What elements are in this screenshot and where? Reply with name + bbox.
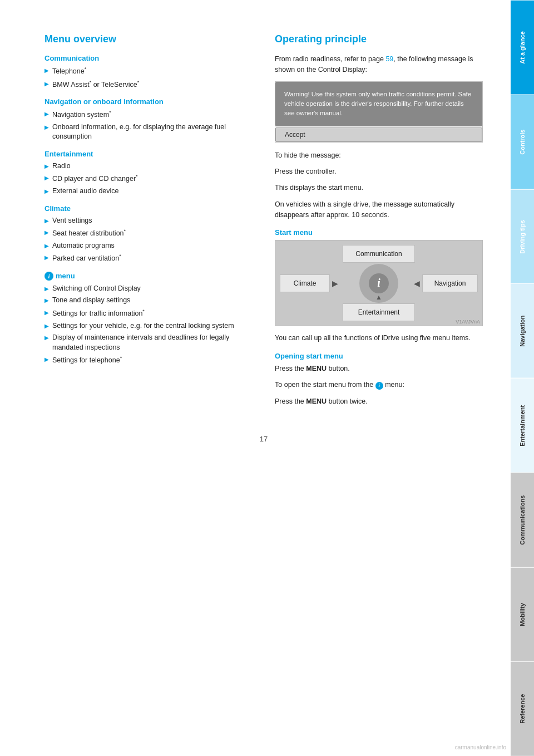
warning-text: Warning! Use this system only when traff… [284, 91, 471, 117]
warning-box: Warning! Use this system only when traff… [275, 82, 482, 126]
menu-item-text: Vent settings [52, 216, 253, 226]
list-item: ▶ CD player and CD changer* [44, 173, 253, 184]
navigation-label: Navigation [434, 279, 466, 287]
arrow-icon: ▶ [44, 174, 49, 182]
menu-bold-1: MENU [306, 365, 327, 372]
menu-item-text: Switching off Control Display [52, 284, 253, 294]
sidebar-tab-navigation[interactable]: Navigation [511, 283, 534, 378]
arrow-icon: ▶ [44, 254, 49, 262]
climate-cell: Climate [280, 274, 330, 292]
start-menu-diagram: Communication ▼ Climate ▶ i [275, 240, 483, 326]
menu-item-text: Onboard information, e.g. for displaying… [52, 122, 253, 142]
arrow-icon: ▶ [44, 309, 49, 317]
i-icon-inline: i [375, 382, 383, 390]
sidebar-tab-label: Communications [519, 495, 526, 545]
hide-message-step2: This displays the start menu. [275, 183, 483, 193]
list-item: ▶ Switching off Control Display [44, 284, 253, 294]
menu-item-text: Settings for traffic information* [52, 308, 253, 319]
info-icon: i [369, 273, 389, 293]
start-menu-title: Start menu [275, 228, 483, 237]
list-item: ▶ Navigation system* [44, 109, 253, 120]
entertainment-title: Entertainment [44, 150, 253, 158]
menu-item-text: CD player and CD changer* [52, 173, 253, 184]
arrow-icon: ▶ [44, 297, 49, 305]
opening-start-menu-title: Opening start menu [275, 352, 483, 360]
menu-item-text: Automatic programs [52, 241, 253, 251]
climate-label: Climate [294, 279, 317, 287]
on-vehicles-text: On vehicles with a single drive, the mes… [275, 199, 483, 221]
i-icon: i [44, 272, 53, 281]
menu-item-text: Settings for your vehicle, e.g. for the … [52, 321, 253, 331]
opening-step2: To open the start menu from the i menu: [275, 380, 483, 390]
sidebar-tab-entertainment[interactable]: Entertainment [511, 378, 534, 473]
arrow-icon: ▶ [44, 188, 49, 195]
left-column: Menu overview Communication ▶ Telephone*… [44, 33, 253, 413]
watermark: carmanualonline.info [455, 744, 506, 750]
arrow-icon: ▶ [44, 242, 49, 250]
list-item: ▶ Settings for traffic information* [44, 308, 253, 319]
right-section-title: Operating principle [275, 33, 483, 45]
sidebar-tab-communications[interactable]: Communications [511, 473, 534, 567]
menu-item-text: BMW Assist* or TeleService* [52, 79, 253, 90]
arrow-icon: ▶ [44, 67, 49, 75]
sidebar-tab-label: Mobility [519, 603, 526, 626]
sidebar-tab-mobility[interactable]: Mobility [511, 567, 534, 662]
list-item: ▶ Automatic programs [44, 241, 253, 251]
list-item: ▶ External audio device [44, 186, 253, 197]
start-menu-inner: Communication ▼ Climate ▶ i [275, 240, 482, 326]
opening-step3: Press the MENU button twice. [275, 396, 483, 407]
left-section-title: Menu overview [44, 33, 253, 45]
list-item: ▶ Settings for your vehicle, e.g. for th… [44, 321, 253, 331]
info-icon-label: i [377, 277, 380, 289]
navigation-cell: Navigation [422, 274, 478, 292]
arrow-icon: ▶ [44, 80, 49, 88]
climate-title: Climate [44, 204, 253, 213]
communication-cell: Communication [343, 245, 415, 263]
list-item: ▶ Display of maintenance intervals and d… [44, 333, 253, 352]
arrow-icon: ▶ [44, 124, 49, 131]
sidebar-tab-label: Navigation [519, 316, 526, 347]
arrow-right-left: ▶ [332, 279, 338, 288]
hide-message-title: To hide the message: [275, 150, 483, 161]
arrow-left-right: ◀ [414, 279, 420, 288]
menu-item-text: Tone and display settings [52, 296, 253, 306]
sidebar-tab-driving-tips[interactable]: Driving tips [511, 189, 534, 284]
arrow-icon: ▶ [44, 110, 49, 118]
arrow-icon: ▶ [44, 163, 49, 170]
arrow-icon: ▶ [44, 217, 49, 225]
menu-item-text: Parked car ventilation* [52, 253, 253, 264]
list-item: ▶ Vent settings [44, 216, 253, 226]
menu-item-text: Settings for telephone* [52, 355, 253, 366]
accept-button[interactable]: Accept [275, 127, 482, 142]
main-content: Menu overview Communication ▶ Telephone*… [0, 0, 511, 756]
sidebar-tab-label: At a glance [519, 31, 526, 64]
menu-item-text: Navigation system* [52, 109, 253, 120]
menu-item-text: Display of maintenance intervals and dea… [52, 333, 253, 352]
page-number: 17 [44, 435, 483, 443]
arrow-icon: ▶ [44, 285, 49, 293]
sidebar-tab-label: Reference [519, 694, 526, 724]
sidebar-tab-at-a-glance[interactable]: At a glance [511, 0, 534, 95]
hide-message-step1: Press the controller. [275, 166, 483, 177]
arrow-icon: ▶ [44, 229, 49, 237]
page-container: Menu overview Communication ▶ Telephone*… [0, 0, 534, 756]
menu-bold-2: MENU [306, 397, 327, 405]
communication-label: Communication [355, 250, 402, 258]
menu-item-text: Seat heater distribution* [52, 228, 253, 239]
i-menu-header: i menu [44, 272, 253, 281]
sidebar-tab-reference[interactable]: Reference [511, 661, 534, 756]
warning-container: Warning! Use this system only when traff… [275, 81, 483, 143]
list-item: ▶ Tone and display settings [44, 296, 253, 306]
sidebar-tab-controls[interactable]: Controls [511, 95, 534, 189]
i-menu-label: menu [56, 272, 75, 280]
communication-title: Communication [44, 54, 253, 62]
opening-step1: Press the MENU button. [275, 364, 483, 374]
image-label: V1AVJVnA [456, 319, 480, 325]
arrow-icon: ▶ [44, 322, 49, 330]
entertainment-cell: Entertainment [343, 303, 415, 321]
menu-item-text: External audio device [52, 186, 253, 197]
arrow-icon: ▶ [44, 334, 49, 342]
arrow-icon: ▶ [44, 356, 49, 364]
sidebar-tab-label: Controls [519, 130, 526, 155]
page-link[interactable]: 59 [385, 55, 393, 63]
